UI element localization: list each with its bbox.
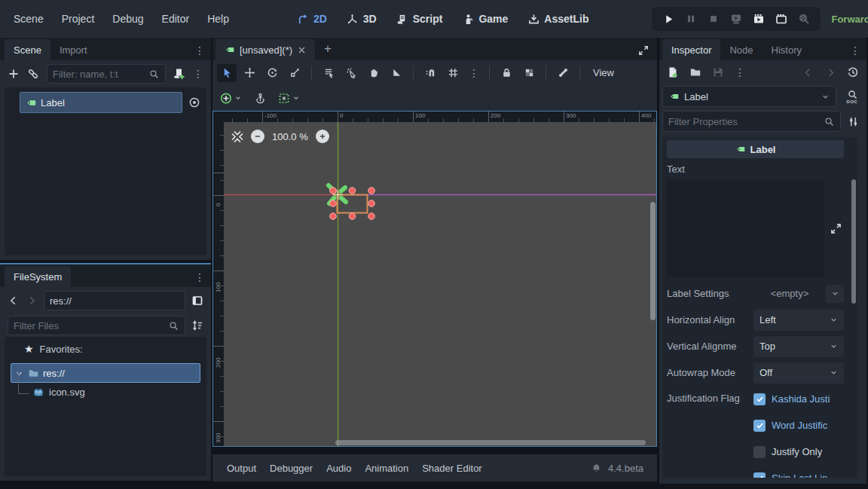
bottom-tab-audio[interactable]: Audio — [319, 463, 358, 474]
bottom-tab-debugger[interactable]: Debugger — [263, 463, 319, 474]
checkbox-checked-icon[interactable] — [753, 393, 766, 405]
play-button[interactable] — [662, 13, 674, 25]
load-resource-folder-icon[interactable] — [689, 66, 701, 78]
visibility-eye-icon[interactable] — [188, 96, 200, 108]
tab-assetlib[interactable]: AssetLib — [527, 13, 588, 25]
label-settings-value[interactable]: <empty> — [753, 288, 826, 299]
play-scene-button[interactable] — [753, 13, 765, 25]
notification-bell-icon[interactable] — [590, 462, 602, 474]
movie-maker-icon[interactable] — [798, 13, 810, 25]
flag-kashida-justification[interactable]: Kashida Justi — [753, 386, 844, 412]
lock-object-button[interactable] — [497, 64, 516, 82]
filter-properties-input[interactable]: Filter Properties — [662, 111, 841, 132]
edit-history-icon[interactable] — [847, 66, 859, 78]
scale-tool-button[interactable] — [285, 64, 304, 82]
flag-word-justification[interactable]: Word Justific — [753, 412, 844, 439]
tab-node[interactable]: Node — [720, 39, 762, 60]
list-select-button[interactable] — [319, 64, 338, 82]
menu-project[interactable]: Project — [53, 13, 104, 25]
renderer-selector[interactable]: Forward+ — [831, 13, 868, 25]
close-icon[interactable] — [297, 45, 306, 54]
canvas-vertical-scrollbar[interactable] — [650, 202, 656, 320]
instance-scene-icon[interactable] — [27, 68, 39, 80]
checkbox-unchecked-icon[interactable] — [753, 446, 766, 458]
menu-editor[interactable]: Editor — [153, 13, 199, 25]
tab-2d[interactable]: 2D — [297, 13, 327, 25]
path-input[interactable]: res:// — [44, 291, 185, 310]
history-back-icon[interactable] — [802, 66, 814, 78]
tab-import[interactable]: Import — [50, 39, 96, 60]
select-tool-button[interactable] — [217, 64, 237, 82]
expand-tab-icon[interactable] — [637, 44, 649, 57]
scene-tree-node-label[interactable]: Label — [20, 92, 182, 113]
bottom-tab-output[interactable]: Output — [220, 463, 263, 474]
attach-script-button[interactable] — [173, 68, 185, 80]
grid-snap-button[interactable] — [443, 64, 463, 82]
skeleton-bone-button[interactable] — [553, 64, 573, 82]
snap-point-button[interactable] — [341, 64, 361, 82]
nav-forward-icon[interactable] — [26, 295, 38, 307]
dock-menu-icon[interactable]: ⋮ — [194, 45, 211, 60]
category-header[interactable]: Label — [667, 140, 844, 158]
expand-textarea-icon[interactable] — [827, 222, 844, 234]
save-resource-icon[interactable] — [712, 66, 724, 78]
center-view-icon[interactable] — [231, 130, 243, 142]
inspector-scrollbar[interactable] — [851, 179, 856, 304]
remote-debug-icon[interactable] — [730, 13, 742, 25]
history-forward-icon[interactable] — [824, 66, 836, 78]
tab-inspector[interactable]: Inspector — [662, 39, 720, 60]
pan-tool-button[interactable] — [364, 64, 384, 82]
open-docs-button[interactable]: DOC — [841, 90, 863, 104]
2d-viewport[interactable]: -100 0 100 200 300 400 0 100 200 300 — [212, 111, 657, 447]
scene-extra-menu-icon[interactable]: ⋮ — [193, 69, 203, 79]
checkbox-checked-icon[interactable] — [753, 472, 766, 478]
ruler-tool-button[interactable] — [387, 64, 406, 82]
new-resource-icon[interactable] — [667, 66, 679, 78]
canvas-area[interactable]: 100.0 % — [224, 122, 656, 446]
scene-filter-input[interactable]: Filter: name, t:t — [47, 64, 166, 84]
view-menu-button[interactable]: View — [587, 67, 620, 78]
tab-game[interactable]: Game — [462, 13, 508, 25]
version-label[interactable]: 4.4.beta — [608, 463, 643, 474]
horizontal-align-dropdown[interactable]: Left — [753, 310, 844, 331]
scene-tab-unsaved[interactable]: [unsaved](*) — [215, 39, 315, 60]
filter-files-input[interactable]: Filter Files — [8, 316, 185, 335]
canvas-horizontal-scrollbar[interactable] — [335, 440, 646, 445]
zoom-out-button[interactable] — [251, 130, 264, 143]
move-tool-button[interactable] — [240, 64, 259, 82]
menu-scene[interactable]: Scene — [5, 13, 53, 25]
play-custom-scene-button[interactable] — [775, 13, 787, 25]
rotate-tool-button[interactable] — [262, 64, 282, 82]
menu-debug[interactable]: Debug — [103, 13, 152, 25]
favorites-item[interactable]: ★ Favorites: — [24, 343, 83, 355]
resource-extra-menu-icon[interactable]: ⋮ — [735, 67, 745, 78]
nav-back-icon[interactable] — [8, 295, 20, 307]
menu-help[interactable]: Help — [198, 13, 238, 25]
add-node-button[interactable] — [8, 68, 20, 80]
zoom-level[interactable]: 100.0 % — [272, 131, 308, 142]
smart-snap-button[interactable] — [420, 64, 440, 82]
bottom-tab-animation[interactable]: Animation — [358, 463, 415, 474]
checkbox-checked-icon[interactable] — [753, 420, 766, 432]
toggle-split-mode-icon[interactable] — [191, 295, 203, 307]
text-property-textarea[interactable] — [667, 179, 824, 277]
tab-3d[interactable]: 3D — [347, 13, 377, 25]
new-tab-button[interactable]: + — [315, 41, 341, 60]
flag-skip-last-line[interactable]: Skip Last Lin — [753, 465, 844, 478]
filesystem-file-item[interactable]: icon.svg — [33, 387, 85, 398]
stop-button[interactable] — [708, 13, 720, 25]
dock-menu-icon[interactable]: ⋮ — [850, 45, 866, 60]
file-sort-icon[interactable] — [191, 319, 203, 332]
anchor-preset-button[interactable] — [220, 92, 242, 104]
tab-script[interactable]: Script — [396, 13, 443, 25]
bottom-tab-shader-editor[interactable]: Shader Editor — [415, 463, 489, 474]
label-settings-dropdown[interactable] — [826, 285, 844, 303]
vertical-align-dropdown[interactable]: Top — [753, 336, 844, 357]
tab-scene[interactable]: Scene — [5, 39, 50, 60]
tab-filesystem[interactable]: FileSystem — [5, 266, 71, 287]
container-sizing-button[interactable] — [278, 92, 300, 104]
flag-justify-only[interactable]: Justify Only — [753, 439, 844, 465]
autowrap-mode-dropdown[interactable]: Off — [753, 362, 844, 384]
dock-menu-icon[interactable]: ⋮ — [194, 272, 211, 287]
node-selector-dropdown[interactable]: Label — [662, 86, 836, 107]
